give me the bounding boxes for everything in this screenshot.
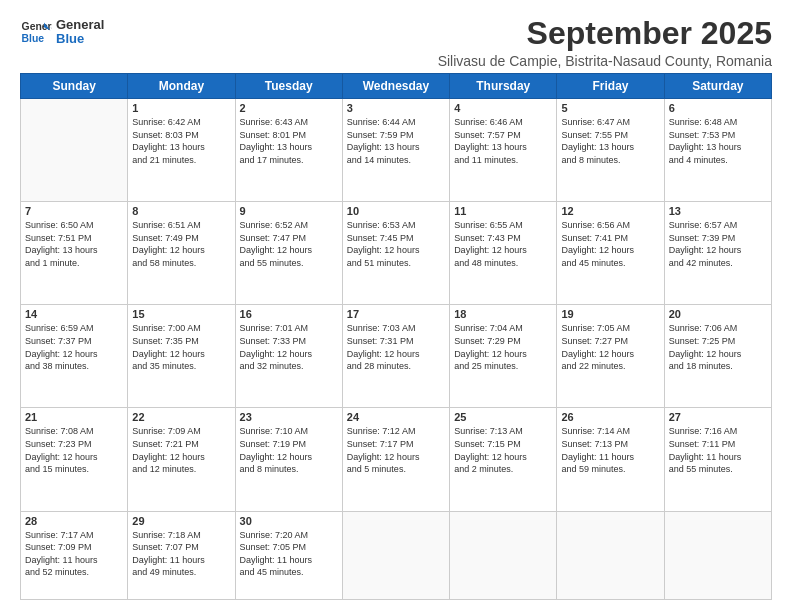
day-number: 15 [132, 308, 230, 320]
day-info: Sunrise: 7:06 AM Sunset: 7:25 PM Dayligh… [669, 322, 767, 372]
day-number: 20 [669, 308, 767, 320]
calendar-table: SundayMondayTuesdayWednesdayThursdayFrid… [20, 73, 772, 600]
day-number: 2 [240, 102, 338, 114]
day-number: 8 [132, 205, 230, 217]
day-info: Sunrise: 7:09 AM Sunset: 7:21 PM Dayligh… [132, 425, 230, 475]
subtitle: Silivasu de Campie, Bistrita-Nasaud Coun… [438, 53, 772, 69]
calendar-cell [664, 511, 771, 599]
day-info: Sunrise: 6:42 AM Sunset: 8:03 PM Dayligh… [132, 116, 230, 166]
calendar-cell [450, 511, 557, 599]
calendar-cell: 5Sunrise: 6:47 AM Sunset: 7:55 PM Daylig… [557, 99, 664, 202]
calendar-cell: 2Sunrise: 6:43 AM Sunset: 8:01 PM Daylig… [235, 99, 342, 202]
day-number: 1 [132, 102, 230, 114]
calendar-cell: 11Sunrise: 6:55 AM Sunset: 7:43 PM Dayli… [450, 202, 557, 305]
calendar-cell: 7Sunrise: 6:50 AM Sunset: 7:51 PM Daylig… [21, 202, 128, 305]
day-info: Sunrise: 6:57 AM Sunset: 7:39 PM Dayligh… [669, 219, 767, 269]
title-block: September 2025 Silivasu de Campie, Bistr… [438, 16, 772, 69]
day-number: 30 [240, 515, 338, 527]
calendar-cell: 30Sunrise: 7:20 AM Sunset: 7:05 PM Dayli… [235, 511, 342, 599]
svg-text:Blue: Blue [22, 33, 45, 44]
calendar-cell: 3Sunrise: 6:44 AM Sunset: 7:59 PM Daylig… [342, 99, 449, 202]
header: General Blue General Blue September 2025… [20, 16, 772, 69]
day-header-saturday: Saturday [664, 74, 771, 99]
day-info: Sunrise: 6:48 AM Sunset: 7:53 PM Dayligh… [669, 116, 767, 166]
day-info: Sunrise: 6:52 AM Sunset: 7:47 PM Dayligh… [240, 219, 338, 269]
day-number: 6 [669, 102, 767, 114]
day-info: Sunrise: 7:03 AM Sunset: 7:31 PM Dayligh… [347, 322, 445, 372]
day-info: Sunrise: 6:50 AM Sunset: 7:51 PM Dayligh… [25, 219, 123, 269]
day-header-wednesday: Wednesday [342, 74, 449, 99]
day-number: 29 [132, 515, 230, 527]
day-info: Sunrise: 7:10 AM Sunset: 7:19 PM Dayligh… [240, 425, 338, 475]
calendar-cell: 23Sunrise: 7:10 AM Sunset: 7:19 PM Dayli… [235, 408, 342, 511]
day-number: 11 [454, 205, 552, 217]
calendar-cell: 1Sunrise: 6:42 AM Sunset: 8:03 PM Daylig… [128, 99, 235, 202]
day-header-thursday: Thursday [450, 74, 557, 99]
logo-icon: General Blue [20, 16, 52, 48]
calendar-week-row: 1Sunrise: 6:42 AM Sunset: 8:03 PM Daylig… [21, 99, 772, 202]
calendar-week-row: 21Sunrise: 7:08 AM Sunset: 7:23 PM Dayli… [21, 408, 772, 511]
day-number: 26 [561, 411, 659, 423]
calendar-cell: 14Sunrise: 6:59 AM Sunset: 7:37 PM Dayli… [21, 305, 128, 408]
day-header-friday: Friday [557, 74, 664, 99]
calendar-cell [557, 511, 664, 599]
calendar-cell: 21Sunrise: 7:08 AM Sunset: 7:23 PM Dayli… [21, 408, 128, 511]
calendar-cell: 17Sunrise: 7:03 AM Sunset: 7:31 PM Dayli… [342, 305, 449, 408]
calendar-cell: 9Sunrise: 6:52 AM Sunset: 7:47 PM Daylig… [235, 202, 342, 305]
day-info: Sunrise: 7:20 AM Sunset: 7:05 PM Dayligh… [240, 529, 338, 579]
day-number: 16 [240, 308, 338, 320]
day-number: 27 [669, 411, 767, 423]
day-number: 9 [240, 205, 338, 217]
day-info: Sunrise: 7:05 AM Sunset: 7:27 PM Dayligh… [561, 322, 659, 372]
logo-text-general: General [56, 18, 104, 32]
day-info: Sunrise: 7:01 AM Sunset: 7:33 PM Dayligh… [240, 322, 338, 372]
day-number: 10 [347, 205, 445, 217]
calendar-cell: 24Sunrise: 7:12 AM Sunset: 7:17 PM Dayli… [342, 408, 449, 511]
day-header-tuesday: Tuesday [235, 74, 342, 99]
calendar-cell: 28Sunrise: 7:17 AM Sunset: 7:09 PM Dayli… [21, 511, 128, 599]
day-number: 28 [25, 515, 123, 527]
calendar-header-row: SundayMondayTuesdayWednesdayThursdayFrid… [21, 74, 772, 99]
logo-text-blue: Blue [56, 32, 104, 46]
day-number: 14 [25, 308, 123, 320]
day-info: Sunrise: 6:53 AM Sunset: 7:45 PM Dayligh… [347, 219, 445, 269]
day-info: Sunrise: 6:47 AM Sunset: 7:55 PM Dayligh… [561, 116, 659, 166]
day-info: Sunrise: 7:14 AM Sunset: 7:13 PM Dayligh… [561, 425, 659, 475]
day-number: 7 [25, 205, 123, 217]
day-number: 19 [561, 308, 659, 320]
calendar-cell: 10Sunrise: 6:53 AM Sunset: 7:45 PM Dayli… [342, 202, 449, 305]
calendar-cell: 8Sunrise: 6:51 AM Sunset: 7:49 PM Daylig… [128, 202, 235, 305]
day-info: Sunrise: 6:51 AM Sunset: 7:49 PM Dayligh… [132, 219, 230, 269]
calendar-cell: 13Sunrise: 6:57 AM Sunset: 7:39 PM Dayli… [664, 202, 771, 305]
day-info: Sunrise: 7:08 AM Sunset: 7:23 PM Dayligh… [25, 425, 123, 475]
day-number: 12 [561, 205, 659, 217]
day-number: 3 [347, 102, 445, 114]
day-info: Sunrise: 7:00 AM Sunset: 7:35 PM Dayligh… [132, 322, 230, 372]
calendar-cell: 19Sunrise: 7:05 AM Sunset: 7:27 PM Dayli… [557, 305, 664, 408]
calendar-cell: 6Sunrise: 6:48 AM Sunset: 7:53 PM Daylig… [664, 99, 771, 202]
calendar-cell: 16Sunrise: 7:01 AM Sunset: 7:33 PM Dayli… [235, 305, 342, 408]
day-info: Sunrise: 6:56 AM Sunset: 7:41 PM Dayligh… [561, 219, 659, 269]
calendar-cell: 27Sunrise: 7:16 AM Sunset: 7:11 PM Dayli… [664, 408, 771, 511]
page: General Blue General Blue September 2025… [0, 0, 792, 612]
calendar-cell: 15Sunrise: 7:00 AM Sunset: 7:35 PM Dayli… [128, 305, 235, 408]
calendar-week-row: 28Sunrise: 7:17 AM Sunset: 7:09 PM Dayli… [21, 511, 772, 599]
day-info: Sunrise: 6:46 AM Sunset: 7:57 PM Dayligh… [454, 116, 552, 166]
day-info: Sunrise: 6:55 AM Sunset: 7:43 PM Dayligh… [454, 219, 552, 269]
day-info: Sunrise: 7:16 AM Sunset: 7:11 PM Dayligh… [669, 425, 767, 475]
day-number: 17 [347, 308, 445, 320]
calendar-cell: 26Sunrise: 7:14 AM Sunset: 7:13 PM Dayli… [557, 408, 664, 511]
day-info: Sunrise: 7:13 AM Sunset: 7:15 PM Dayligh… [454, 425, 552, 475]
calendar-cell [21, 99, 128, 202]
day-number: 23 [240, 411, 338, 423]
day-number: 25 [454, 411, 552, 423]
day-number: 18 [454, 308, 552, 320]
day-number: 21 [25, 411, 123, 423]
calendar-cell: 18Sunrise: 7:04 AM Sunset: 7:29 PM Dayli… [450, 305, 557, 408]
calendar-cell: 22Sunrise: 7:09 AM Sunset: 7:21 PM Dayli… [128, 408, 235, 511]
day-info: Sunrise: 6:44 AM Sunset: 7:59 PM Dayligh… [347, 116, 445, 166]
logo: General Blue General Blue [20, 16, 104, 48]
day-header-sunday: Sunday [21, 74, 128, 99]
calendar-cell: 4Sunrise: 6:46 AM Sunset: 7:57 PM Daylig… [450, 99, 557, 202]
day-info: Sunrise: 6:59 AM Sunset: 7:37 PM Dayligh… [25, 322, 123, 372]
